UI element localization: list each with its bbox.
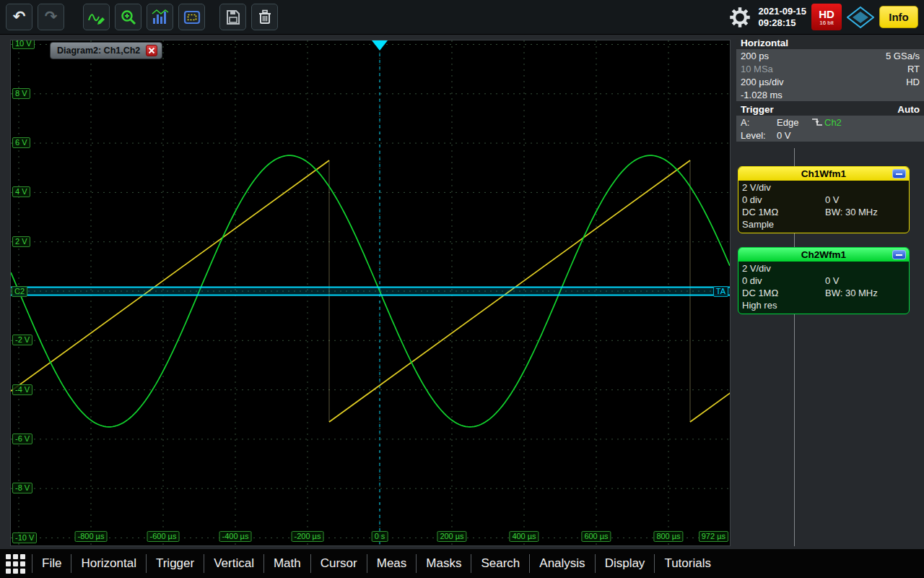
datetime-display: 2021-09-15 09:28:15: [759, 6, 807, 29]
y-axis-label: 8 V: [12, 88, 30, 99]
trash-icon: [256, 8, 274, 27]
settings-button[interactable]: [727, 4, 754, 30]
channel2-signal-badge[interactable]: Ch2Wfm1 2 V/div 0 div 0 V DC 1MΩ BW: 30 …: [738, 247, 910, 314]
menu-item-meas[interactable]: Meas: [367, 554, 417, 573]
x-axis-label: -800 µs: [75, 531, 108, 542]
horizontal-panel-header[interactable]: Horizontal: [736, 36, 924, 49]
menu-item-display[interactable]: Display: [595, 554, 655, 573]
hd-badge-sublabel: 16 bit: [819, 20, 834, 26]
x-axis-label: -600 µs: [147, 531, 180, 542]
channel2-offset: 0 V: [825, 275, 840, 286]
y-axis-label: 10 V: [12, 40, 35, 49]
channel2-acq-mode: High res: [742, 300, 777, 311]
trigger-row-source[interactable]: A: Edge Ch2: [736, 116, 924, 129]
save-report-icon: [224, 8, 243, 27]
y-axis-label: -8 V: [12, 483, 32, 493]
trigger-row-level[interactable]: Level: 0 V: [736, 129, 924, 142]
x-axis-label: 200 µs: [437, 531, 466, 542]
redo-icon: ↷: [45, 9, 58, 25]
top-toolbar: ↶ ↷: [0, 0, 924, 35]
hd-mode-indicator: HD: [906, 77, 920, 87]
apps-grid-icon[interactable]: [6, 554, 25, 574]
channel1-header[interactable]: Ch1Wfm1: [738, 167, 909, 181]
channel1-acq-mode: Sample: [742, 219, 774, 230]
redo-button[interactable]: ↷: [38, 4, 64, 30]
spectrum-icon: [151, 8, 170, 27]
rohde-schwarz-logo: [847, 6, 874, 29]
y-axis-label: -10 V: [12, 532, 37, 543]
channel2-header[interactable]: Ch2Wfm1: [738, 248, 909, 262]
trigger-source-value: Ch2: [824, 117, 842, 128]
diagram-tab[interactable]: Diagram2: Ch1,Ch2: [50, 42, 162, 59]
zoom-in-icon: [119, 8, 138, 27]
bottom-menu-bar: File Horizontal Trigger Vertical Math Cu…: [0, 549, 924, 578]
toolbar-right-group: 2021-09-15 09:28:15 HD 16 bit Info: [727, 4, 919, 30]
y-axis-label: -2 V: [12, 335, 32, 345]
horizontal-row-record-length[interactable]: 10 MSa RT: [736, 62, 924, 75]
sidebar: Horizontal 200 ps 5 GSa/s 10 MSa RT 200 …: [736, 36, 924, 142]
info-button[interactable]: Info: [879, 6, 918, 28]
x-axis-label: 0 s: [372, 531, 388, 542]
horizontal-row-resolution[interactable]: 200 ps 5 GSa/s: [736, 49, 924, 62]
y-axis-label: -6 V: [12, 434, 32, 444]
annotate-button[interactable]: [83, 4, 110, 30]
close-icon[interactable]: [146, 45, 157, 56]
trigger-level-marker[interactable]: TA: [713, 286, 728, 297]
channel2-name: Ch2Wfm1: [801, 249, 846, 260]
close-x-icon: [148, 47, 155, 54]
minimize-icon[interactable]: [892, 169, 906, 178]
trigger-level-value: 0 V: [777, 130, 791, 141]
spectrum-button[interactable]: [147, 4, 173, 30]
record-length-value: 10 MSa: [741, 64, 773, 74]
zoom-button[interactable]: [115, 4, 141, 30]
menu-item-trigger[interactable]: Trigger: [146, 554, 204, 573]
sample-rate-value: 5 GSa/s: [886, 51, 920, 61]
horizontal-row-timebase[interactable]: 200 µs/div HD: [736, 75, 924, 88]
horizontal-row-position[interactable]: -1.028 ms: [736, 88, 924, 101]
trigger-type-value: Edge: [777, 117, 811, 128]
minimize-icon[interactable]: [892, 250, 906, 259]
channel1-position: 0 div: [742, 194, 825, 205]
trigger-panel-title: Trigger: [741, 104, 774, 115]
channel2-coupling: DC 1MΩ: [742, 288, 825, 298]
channel2-details: 2 V/div 0 div 0 V DC 1MΩ BW: 30 MHz High…: [738, 262, 909, 314]
channel2-offset-marker[interactable]: C2: [12, 286, 27, 297]
hd-badge-label: HD: [819, 9, 834, 20]
channel2-scale: 2 V/div: [742, 263, 825, 274]
menu-item-cursor[interactable]: Cursor: [310, 554, 367, 573]
trigger-mode-value: Auto: [897, 104, 920, 115]
waveform-display[interactable]: Diagram2: Ch1,Ch2 10 V8 V6 V4 V2 V-2 V-4…: [10, 40, 731, 546]
undo-icon: ↶: [13, 9, 26, 25]
menu-item-file[interactable]: File: [32, 554, 71, 573]
channel2-bandwidth: BW: 30 MHz: [825, 288, 878, 298]
trigger-level-label: Level:: [741, 130, 777, 141]
undo-button[interactable]: ↶: [6, 4, 32, 30]
delete-button[interactable]: [251, 4, 278, 30]
falling-edge-icon: [811, 117, 823, 127]
save-button[interactable]: [219, 4, 246, 30]
y-axis-label: -4 V: [12, 384, 32, 395]
horizontal-panel-title: Horizontal: [741, 38, 788, 48]
channel1-bandwidth: BW: 30 MHz: [825, 207, 878, 217]
waveform-canvas[interactable]: [11, 40, 731, 546]
menu-item-masks[interactable]: Masks: [416, 554, 471, 573]
date-text: 2021-09-15: [759, 6, 807, 17]
resolution-value: 200 ps: [741, 51, 769, 61]
trigger-panel-header[interactable]: Trigger Auto: [736, 103, 924, 116]
acquisition-mode-rt: RT: [907, 64, 920, 74]
menu-item-analysis[interactable]: Analysis: [529, 554, 594, 573]
menu-item-horizontal[interactable]: Horizontal: [71, 554, 146, 573]
screenshot-button[interactable]: [178, 4, 205, 30]
menu-item-math[interactable]: Math: [263, 554, 310, 573]
hd-mode-badge[interactable]: HD 16 bit: [811, 4, 842, 30]
time-text: 09:28:15: [759, 17, 807, 29]
channel2-position: 0 div: [742, 275, 825, 286]
x-axis-label: -400 µs: [219, 531, 252, 542]
screenshot-icon: [183, 8, 201, 27]
menu-item-vertical[interactable]: Vertical: [204, 554, 263, 573]
menu-item-tutorials[interactable]: Tutorials: [654, 554, 720, 573]
channel1-signal-badge[interactable]: Ch1Wfm1 2 V/div 0 div 0 V DC 1MΩ BW: 30 …: [738, 166, 910, 233]
toolbar-left-group: ↶ ↷: [6, 4, 278, 30]
menu-item-search[interactable]: Search: [471, 554, 529, 573]
gear-icon: [729, 7, 751, 28]
